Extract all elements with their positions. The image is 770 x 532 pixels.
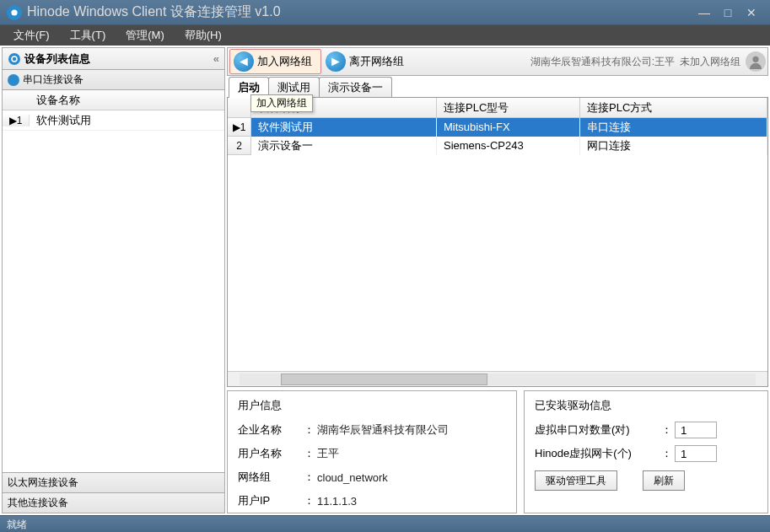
grid-row[interactable]: ▶1 软件测试用 Mitsubishi-FX 串口连接 — [228, 118, 767, 137]
refresh-button[interactable]: 刷新 — [643, 470, 685, 491]
menu-file[interactable]: 文件(F) — [3, 28, 60, 43]
grid-cell-plc: Siemens-CP243 — [437, 137, 580, 155]
ip-label: 用户IP — [238, 493, 304, 508]
user-info-panel: 用户信息 企业名称 ： 湖南华辰智通科技有限公司 用户名称 ： 王平 网络组 ：… — [227, 390, 517, 513]
svg-point-1 — [752, 56, 758, 62]
sidebar-row-name: 软件测试用 — [30, 113, 91, 128]
grid-cell-name: 演示设备一 — [251, 137, 437, 155]
user-network-status: 未加入网络组 — [680, 55, 740, 69]
user-value: 王平 — [317, 446, 339, 461]
device-grid: 设备名称 连接PLC型号 连接PLC方式 ▶1 软件测试用 Mitsubishi… — [227, 98, 768, 387]
grid-cell-mode: 串口连接 — [580, 118, 767, 137]
globe-icon — [8, 74, 19, 86]
field-group: 网络组 ： cloud_network — [238, 465, 506, 489]
field-user: 用户名称 ： 王平 — [238, 442, 506, 465]
ip-value: 11.1.1.3 — [317, 495, 357, 508]
grid-col-mode[interactable]: 连接PLC方式 — [580, 98, 767, 117]
sidebar-section-serial-label: 串口连接设备 — [23, 73, 83, 87]
user-company-label: 湖南华辰智通科技有限公司:王平 — [530, 55, 675, 69]
sidebar-collapse-icon[interactable]: « — [213, 52, 219, 65]
group-value: cloud_network — [317, 471, 388, 484]
grid-row-idx: ▶1 — [228, 118, 251, 137]
sidebar-col-name: 设备名称 — [30, 93, 80, 108]
menubar: 文件(F) 工具(T) 管理(M) 帮助(H) — [0, 25, 770, 46]
grid-cell-name: 软件测试用 — [251, 118, 437, 137]
grid-cell-mode: 网口连接 — [580, 137, 767, 155]
grid-horizontal-scrollbar[interactable] — [228, 371, 767, 386]
maximize-button[interactable]: □ — [716, 6, 740, 19]
arrow-right-icon: ► — [326, 51, 346, 72]
company-label: 企业名称 — [238, 422, 304, 438]
menu-help[interactable]: 帮助(H) — [175, 28, 232, 43]
vsp-input[interactable] — [675, 422, 717, 438]
statusbar: 就绪 — [0, 515, 770, 532]
grid-cell-plc: Mitsubishi-FX — [437, 118, 580, 137]
group-label: 网络组 — [238, 470, 304, 485]
minimize-button[interactable]: — — [692, 6, 716, 19]
sidebar-section-other[interactable]: 其他连接设备 — [3, 492, 224, 513]
scrollbar-thumb[interactable] — [281, 373, 487, 385]
grid-col-idx — [228, 98, 251, 117]
company-value: 湖南华辰智通科技有限公司 — [317, 422, 449, 438]
grid-body: ▶1 软件测试用 Mitsubishi-FX 串口连接 2 演示设备一 Siem… — [228, 118, 767, 371]
sidebar-row[interactable]: ▶1 软件测试用 — [3, 110, 224, 131]
app-logo-icon — [7, 5, 22, 20]
vsp-label: 虚拟串口对数量(对) — [535, 422, 661, 438]
sidebar-row-idx: ▶1 — [3, 115, 30, 126]
field-nic: Hinode虚拟网卡(个) ： — [535, 442, 757, 465]
user-label: 用户名称 — [238, 446, 304, 461]
toolbar: ◄ 加入网络组 ► 离开网络组 湖南华辰智通科技有限公司:王平 未加入网络组 — [227, 47, 768, 76]
sidebar-section-ethernet-label: 以太网连接设备 — [8, 476, 78, 490]
driver-tool-button[interactable]: 驱动管理工具 — [535, 470, 617, 491]
tab-test-label: 测试用 — [277, 80, 310, 95]
nic-label: Hinode虚拟网卡(个) — [535, 446, 661, 461]
sidebar: 设备列表信息 « 串口连接设备 设备名称 ▶1 软件测试用 以太网连接设备 其他… — [2, 47, 225, 513]
grid-row-idx: 2 — [228, 137, 251, 155]
tabstrip: 启动 测试用 演示设备一 加入网络组 — [227, 76, 768, 98]
titlebar: Hinode Windows Client 设备连接管理 v1.0 — □ ✕ — [0, 0, 770, 25]
field-ip: 用户IP ： 11.1.1.3 — [238, 489, 506, 513]
nic-input[interactable] — [675, 445, 717, 462]
tab-start-label: 启动 — [238, 80, 260, 95]
join-network-label: 加入网络组 — [257, 54, 312, 69]
leave-network-button[interactable]: ► 离开网络组 — [321, 49, 413, 74]
driver-info-title: 已安装驱动信息 — [535, 398, 757, 413]
sidebar-header-label: 设备列表信息 — [24, 51, 90, 67]
grid-col-plc[interactable]: 连接PLC型号 — [437, 98, 580, 117]
arrow-left-icon: ◄ — [234, 51, 254, 72]
join-network-button[interactable]: ◄ 加入网络组 — [229, 49, 321, 74]
field-company: 企业名称 ： 湖南华辰智通科技有限公司 — [238, 418, 506, 442]
user-avatar-icon[interactable] — [746, 51, 766, 72]
field-vsp: 虚拟串口对数量(对) ： — [535, 418, 757, 442]
grid-row[interactable]: 2 演示设备一 Siemens-CP243 网口连接 — [228, 137, 767, 155]
user-status: 湖南华辰智通科技有限公司:王平 未加入网络组 — [530, 51, 766, 72]
menu-manage[interactable]: 管理(M) — [116, 28, 175, 43]
sidebar-section-other-label: 其他连接设备 — [8, 496, 68, 510]
sidebar-table-header: 设备名称 — [3, 90, 224, 110]
driver-info-panel: 已安装驱动信息 虚拟串口对数量(对) ： Hinode虚拟网卡(个) ： 驱动管… — [524, 390, 768, 513]
window-title: Hinode Windows Client 设备连接管理 v1.0 — [27, 3, 692, 21]
sidebar-device-table: 设备名称 ▶1 软件测试用 — [3, 90, 224, 472]
svg-point-0 — [8, 53, 20, 65]
sidebar-section-ethernet[interactable]: 以太网连接设备 — [3, 472, 224, 492]
leave-network-label: 离开网络组 — [349, 54, 404, 69]
tab-demo[interactable]: 演示设备一 — [319, 77, 392, 97]
tooltip: 加入网络组 — [250, 94, 313, 112]
tab-demo-label: 演示设备一 — [328, 80, 383, 95]
sidebar-section-serial[interactable]: 串口连接设备 — [3, 70, 224, 90]
user-info-title: 用户信息 — [238, 398, 506, 413]
sidebar-header: 设备列表信息 « — [3, 48, 224, 70]
refresh-icon[interactable] — [8, 52, 21, 66]
close-button[interactable]: ✕ — [740, 6, 763, 19]
menu-tool[interactable]: 工具(T) — [60, 28, 116, 43]
